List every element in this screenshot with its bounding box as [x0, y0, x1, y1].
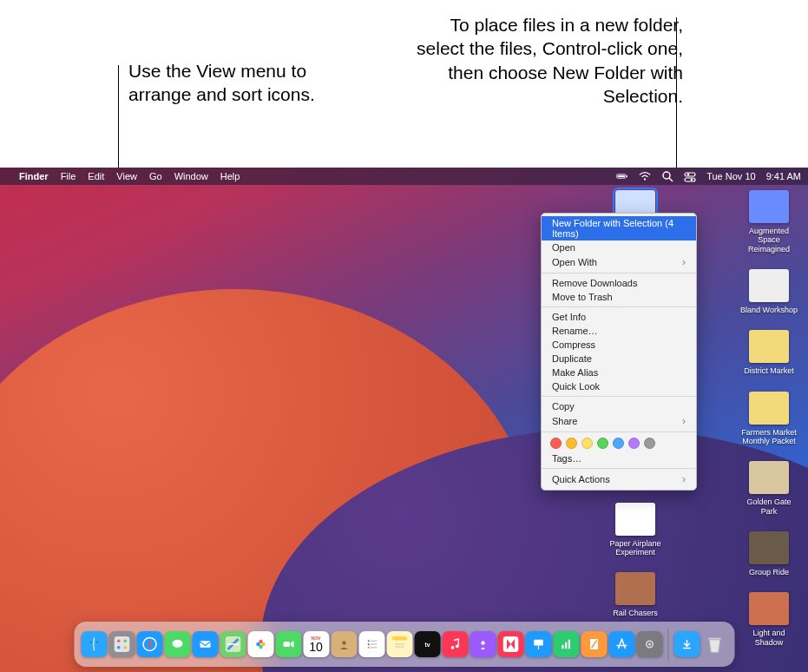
tag-color-dot[interactable]: [613, 438, 624, 449]
svg-line-5: [669, 178, 673, 181]
dock-app-launchpad[interactable]: [108, 631, 135, 657]
context-menu-item-label: Tags…: [552, 453, 581, 464]
context-menu-item-label: Open: [552, 242, 575, 253]
dock-app-preferences[interactable]: [636, 631, 662, 657]
dock-app-music[interactable]: [442, 631, 468, 657]
context-menu-item-label: Duplicate: [552, 353, 592, 364]
context-menu-item[interactable]: Remove Downloads: [542, 276, 696, 290]
file-label: District Market: [744, 366, 794, 375]
menu-help[interactable]: Help: [220, 171, 240, 181]
tag-color-dot[interactable]: [597, 438, 608, 449]
dock-app-facetime[interactable]: [275, 631, 301, 657]
desktop-file[interactable]: Bland Workshop: [739, 269, 799, 314]
svg-point-9: [691, 179, 693, 181]
menubar-date[interactable]: Tue Nov 10: [706, 171, 755, 181]
menu-go[interactable]: Go: [149, 171, 162, 181]
desktop-file[interactable]: Paper Airplane Experiment: [605, 503, 666, 557]
dock-app-safari[interactable]: [136, 631, 162, 657]
dock: NOV10tv: [74, 622, 734, 667]
svg-rect-73: [707, 637, 720, 639]
context-menu-item[interactable]: Quick Look: [542, 379, 696, 393]
context-menu-item[interactable]: Move to Trash: [542, 290, 696, 304]
file-thumb: [749, 531, 789, 564]
dock-trash-icon[interactable]: [701, 631, 727, 657]
context-menu-item[interactable]: Rename…: [542, 324, 696, 338]
context-menu-item[interactable]: Share: [542, 413, 696, 429]
context-menu-item[interactable]: Make Alias: [542, 366, 696, 379]
svg-rect-58: [534, 640, 543, 646]
dock-app-downloads[interactable]: [673, 631, 700, 657]
context-menu-item-label: Remove Downloads: [552, 278, 637, 288]
file-thumb: [749, 269, 789, 302]
tag-color-dot[interactable]: [581, 438, 593, 449]
dock-app-notes[interactable]: [386, 631, 412, 657]
context-menu-item[interactable]: Compress: [542, 338, 696, 352]
svg-rect-44: [391, 636, 407, 641]
tag-color-dot[interactable]: [628, 438, 640, 449]
file-thumb: [615, 503, 655, 536]
dock-app-calendar[interactable]: NOV10: [303, 631, 329, 657]
dock-app-pages[interactable]: [581, 631, 607, 657]
battery-icon[interactable]: [616, 170, 628, 182]
dock-app-appstore[interactable]: [608, 631, 634, 657]
desktop-file[interactable]: Farmers Market Monthly Packet: [739, 392, 799, 446]
context-menu-item-label: Get Info: [552, 312, 586, 322]
context-menu-item[interactable]: New Folder with Selection (4 Items): [542, 216, 696, 240]
callout-new-folder: To place files in a new folder, select t…: [414, 13, 683, 108]
dock-app-mail[interactable]: [192, 631, 218, 657]
app-menu-finder[interactable]: Finder: [19, 171, 49, 181]
context-menu-item[interactable]: Quick Actions: [542, 471, 696, 487]
context-menu-item-label: Move to Trash: [552, 292, 613, 302]
menu-window[interactable]: Window: [174, 171, 208, 181]
svg-point-14: [116, 639, 120, 642]
menu-view[interactable]: View: [116, 171, 137, 181]
context-menu-item[interactable]: Open With: [542, 254, 696, 270]
svg-rect-42: [371, 647, 378, 649]
control-center-icon[interactable]: [684, 170, 696, 182]
macos-desktop[interactable]: Finder File Edit View Go Window Help Tue…: [0, 168, 808, 672]
svg-point-4: [663, 172, 670, 179]
context-menu-separator: [542, 396, 696, 397]
file-thumb: [749, 330, 789, 363]
spotlight-icon[interactable]: [661, 170, 673, 182]
context-menu-item[interactable]: Duplicate: [542, 352, 696, 366]
tag-color-dot[interactable]: [550, 438, 562, 449]
svg-point-35: [342, 641, 346, 645]
dock-app-messages[interactable]: [164, 631, 190, 657]
dock-separator: [667, 628, 668, 661]
dock-app-contacts[interactable]: [331, 631, 357, 657]
tag-color-dot[interactable]: [566, 438, 577, 449]
desktop-file[interactable]: Augmented Space Reimagined: [739, 190, 799, 254]
svg-rect-62: [565, 642, 567, 649]
callout-leader-left: [118, 65, 119, 172]
desktop-file[interactable]: Rail Chasers: [605, 572, 666, 617]
context-menu-item[interactable]: Copy: [542, 399, 696, 413]
file-label: Group Ride: [749, 568, 789, 576]
dock-app-photos[interactable]: [247, 631, 273, 657]
wifi-icon[interactable]: [639, 170, 651, 182]
context-menu-item[interactable]: Tags…: [542, 451, 696, 465]
dock-app-numbers[interactable]: [553, 631, 579, 657]
dock-app-news[interactable]: [497, 631, 523, 657]
context-menu-separator: [542, 306, 696, 307]
menu-edit[interactable]: Edit: [88, 171, 104, 181]
dock-app-tv[interactable]: tv: [414, 631, 440, 657]
svg-point-39: [367, 643, 369, 645]
desktop-file[interactable]: Light and Shadow: [739, 592, 799, 647]
menubar-time[interactable]: 9:41 AM: [766, 171, 801, 181]
desktop-file[interactable]: District Market: [739, 330, 799, 375]
dock-app-podcasts[interactable]: [470, 631, 496, 657]
dock-app-maps[interactable]: [220, 631, 246, 657]
desktop-file[interactable]: Group Ride: [739, 531, 799, 576]
dock-app-keynote[interactable]: [525, 631, 551, 657]
dock-app-finder[interactable]: [81, 631, 107, 657]
tag-color-dot[interactable]: [644, 438, 655, 449]
svg-rect-8: [685, 178, 695, 181]
dock-app-reminders[interactable]: [358, 631, 384, 657]
context-menu-item[interactable]: Open: [542, 240, 696, 254]
svg-rect-61: [562, 645, 563, 649]
desktop-icons-right: Augmented Space Reimagined Bland Worksho…: [739, 190, 799, 647]
context-menu-item[interactable]: Get Info: [542, 310, 696, 324]
menu-file[interactable]: File: [61, 171, 76, 181]
desktop-file[interactable]: Golden Gate Park: [739, 461, 799, 516]
